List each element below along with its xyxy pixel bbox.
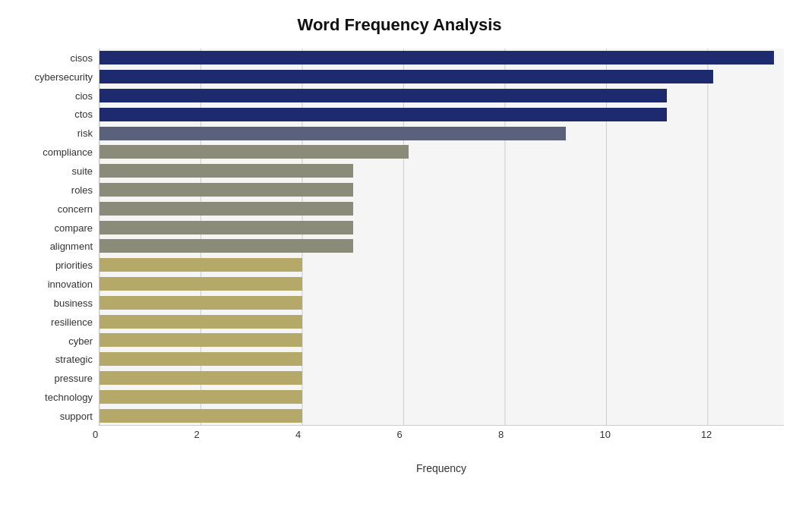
gridlines xyxy=(99,49,784,425)
y-label: roles xyxy=(71,181,93,198)
bar-row xyxy=(99,257,784,273)
y-label: technology xyxy=(45,389,93,406)
bar-row xyxy=(99,370,784,386)
bars-area xyxy=(99,49,784,426)
x-tick: 0 xyxy=(93,429,98,440)
bar xyxy=(99,333,302,347)
bar-row xyxy=(99,181,784,198)
bars-section: cisoscybersecurityciosctosriskcompliance… xyxy=(15,49,784,426)
y-label: support xyxy=(60,408,93,424)
bar-row xyxy=(99,125,784,142)
bar-row xyxy=(99,219,784,236)
x-tick: 8 xyxy=(498,429,504,440)
bar xyxy=(99,352,302,366)
bar xyxy=(99,371,302,385)
y-label: alignment xyxy=(50,238,93,255)
y-label: strategic xyxy=(55,351,93,368)
x-axis-label: Frequency xyxy=(99,462,784,474)
x-tick: 6 xyxy=(396,429,402,440)
bar-row xyxy=(99,87,784,104)
y-label: ctos xyxy=(74,106,93,123)
bar-row xyxy=(99,143,784,160)
x-tick: 4 xyxy=(295,429,301,440)
bar xyxy=(99,164,353,178)
y-label: compare xyxy=(54,219,93,236)
y-label: cyber xyxy=(68,332,93,349)
bar-row xyxy=(99,351,784,367)
x-tick: 2 xyxy=(194,429,199,440)
bar-row xyxy=(99,313,784,330)
y-label: compliance xyxy=(43,144,93,161)
bar xyxy=(99,202,353,216)
bar xyxy=(99,70,713,83)
bar xyxy=(99,296,302,310)
bar xyxy=(99,89,667,102)
bar xyxy=(99,277,302,291)
y-label: business xyxy=(54,294,93,311)
bar xyxy=(99,108,667,121)
bar xyxy=(99,145,409,159)
chart-area: cisoscybersecurityciosctosriskcompliance… xyxy=(15,49,784,474)
y-labels: cisoscybersecurityciosctosriskcompliance… xyxy=(15,49,99,426)
bar xyxy=(99,51,774,65)
bar xyxy=(99,239,353,253)
bar-row xyxy=(99,294,784,311)
y-label: cios xyxy=(75,87,93,104)
chart-container: Word Frequency Analysis cisoscybersecuri… xyxy=(0,0,799,532)
bar-row xyxy=(99,162,784,179)
chart-title: Word Frequency Analysis xyxy=(15,15,784,35)
bar xyxy=(99,183,353,197)
y-label: suite xyxy=(72,162,93,179)
bar-row xyxy=(99,106,784,123)
bar-row xyxy=(99,332,784,348)
bar-row xyxy=(99,200,784,217)
bar-row xyxy=(99,389,784,405)
bar-row xyxy=(99,275,784,292)
bar xyxy=(99,127,566,140)
bar-row xyxy=(99,408,784,424)
y-label: resilience xyxy=(51,313,93,330)
bar xyxy=(99,221,353,235)
bar-row xyxy=(99,68,784,85)
y-label: pressure xyxy=(54,370,93,387)
bar xyxy=(99,315,302,329)
y-label: cybersecurity xyxy=(34,68,93,85)
x-tick: 10 xyxy=(599,429,610,440)
bar-row xyxy=(99,238,784,254)
x-ticks-row: 024681012 xyxy=(99,429,784,444)
y-label: priorities xyxy=(55,257,93,274)
y-label: cisos xyxy=(70,49,93,66)
y-label: innovation xyxy=(48,276,93,293)
x-tick: 12 xyxy=(701,429,712,440)
y-label: concern xyxy=(58,200,93,217)
bar-row xyxy=(99,49,784,66)
bar xyxy=(99,409,302,423)
bar xyxy=(99,258,302,272)
y-label: risk xyxy=(77,125,93,142)
bar xyxy=(99,390,302,404)
